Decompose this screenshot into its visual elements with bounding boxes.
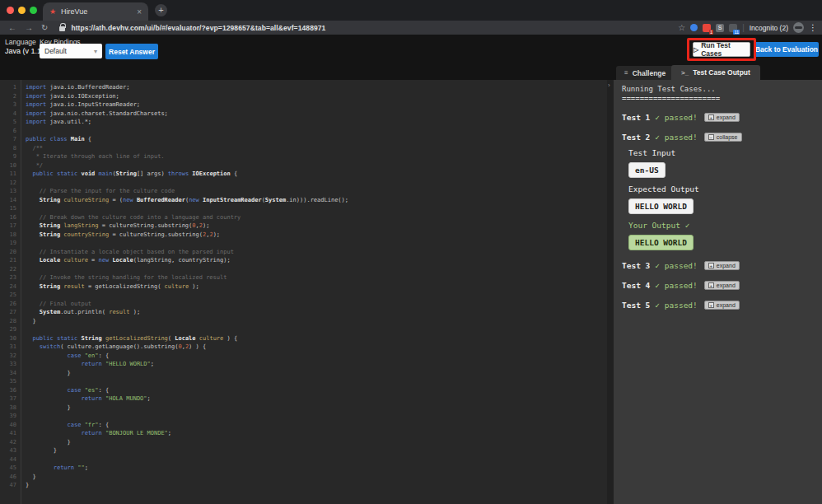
code-token bbox=[26, 422, 68, 428]
bookmark-icon[interactable]: ☆ bbox=[678, 23, 685, 32]
code-line[interactable]: } bbox=[26, 404, 348, 413]
line-number: 33 bbox=[0, 360, 21, 369]
code-line[interactable]: return "BONJOUR LE MONDE"; bbox=[26, 429, 348, 438]
code-line[interactable]: * Iterate through each line of input. bbox=[26, 152, 348, 161]
browser-menu-icon[interactable]: ⋮ bbox=[809, 23, 817, 32]
code-line[interactable]: import java.util.*; bbox=[26, 118, 348, 127]
code-line[interactable]: return "HOLA MUNDO"; bbox=[26, 394, 348, 404]
line-number: 12 bbox=[0, 179, 21, 188]
code-line[interactable] bbox=[26, 265, 348, 274]
collapse-chevron-icon[interactable]: › bbox=[608, 82, 610, 89]
code-line[interactable]: } bbox=[26, 473, 348, 482]
code-token: java.util.*; bbox=[50, 119, 92, 125]
code-token: ); bbox=[213, 231, 220, 238]
list-icon: ≡ bbox=[624, 69, 628, 77]
code-line[interactable]: } bbox=[26, 317, 348, 326]
expand-button[interactable]: +expand bbox=[704, 281, 740, 290]
code-token: String bbox=[40, 231, 60, 238]
code-line[interactable]: case "en": { bbox=[26, 352, 348, 361]
expand-button[interactable]: +expand bbox=[704, 301, 740, 310]
code-token: } bbox=[26, 474, 36, 480]
code-line[interactable]: Locale culture = new Locale(langString, … bbox=[26, 256, 348, 265]
code-token: ); bbox=[129, 309, 140, 315]
code-line[interactable] bbox=[26, 291, 348, 300]
code-line[interactable] bbox=[26, 204, 348, 213]
code-line[interactable]: case "es": { bbox=[26, 386, 348, 395]
code-line[interactable]: return "HELLO WORLD"; bbox=[26, 360, 348, 369]
code-line[interactable]: String cultureString = (new BufferedRead… bbox=[26, 196, 348, 205]
code-token: "BONJOUR LE MONDE" bbox=[105, 430, 168, 436]
extension-s-icon[interactable]: S bbox=[716, 24, 724, 32]
url-field[interactable]: https://ath.devhv.com/ui/b/#/evaluator/?… bbox=[71, 24, 325, 32]
code-line[interactable]: String langString = cultureString.substr… bbox=[26, 222, 348, 231]
code-token bbox=[26, 352, 68, 359]
test-name: Test 2 bbox=[622, 133, 650, 142]
code-line[interactable] bbox=[26, 239, 348, 248]
new-tab-button[interactable]: + bbox=[155, 4, 167, 16]
incognito-avatar[interactable] bbox=[793, 22, 804, 33]
code-line[interactable]: // Instantiate a locale object based on … bbox=[26, 248, 348, 257]
code-line[interactable]: // Final output bbox=[26, 300, 348, 309]
code-line[interactable]: import java.io.IOException; bbox=[26, 92, 348, 101]
window-minimize-button[interactable] bbox=[18, 7, 26, 14]
code-line[interactable]: public static String getLocalizedString(… bbox=[26, 334, 348, 343]
code-line[interactable]: String result = getLocalizedString( cult… bbox=[26, 282, 348, 292]
code-line[interactable]: import java.io.InputStreamReader; bbox=[26, 100, 348, 110]
code-line[interactable] bbox=[26, 377, 348, 386]
browser-tab[interactable]: ★ HireVue × bbox=[43, 2, 148, 21]
code-line[interactable]: // Parse the input for the culture code bbox=[26, 187, 348, 196]
expand-button[interactable]: +expand bbox=[704, 113, 740, 122]
extension-red-icon[interactable]: 1 bbox=[703, 24, 711, 32]
line-number: 45 bbox=[0, 464, 21, 473]
back-icon[interactable]: ← bbox=[8, 23, 16, 32]
code-line[interactable]: /** bbox=[26, 144, 348, 153]
code-line[interactable]: } bbox=[26, 438, 348, 447]
code-line[interactable]: String countryString = cultureString.sub… bbox=[26, 231, 348, 240]
extension-gray-icon[interactable]: 11 bbox=[729, 24, 737, 32]
code-line[interactable]: import java.io.BufferedReader; bbox=[26, 83, 348, 92]
code-line[interactable]: import java.nio.charset.StandardCharsets… bbox=[26, 110, 348, 119]
editor-code[interactable]: import java.io.BufferedReader;import jav… bbox=[21, 80, 348, 504]
reset-answer-button[interactable]: Reset Answer bbox=[105, 44, 158, 59]
code-line[interactable]: // Invoke the string handling for the lo… bbox=[26, 273, 348, 282]
tab-close-icon[interactable]: × bbox=[137, 7, 142, 16]
code-line[interactable]: return ""; bbox=[26, 464, 348, 473]
code-line[interactable] bbox=[26, 325, 348, 334]
code-line[interactable] bbox=[26, 455, 348, 464]
code-line[interactable]: } bbox=[26, 369, 348, 378]
code-line[interactable]: case "fr": { bbox=[26, 421, 348, 430]
code-token bbox=[26, 222, 40, 229]
code-line[interactable] bbox=[26, 127, 348, 136]
tab-challenge[interactable]: ≡ Challenge bbox=[616, 66, 674, 80]
test-status: ✓ passed! bbox=[655, 261, 697, 270]
line-number: 7 bbox=[0, 135, 21, 144]
window-close-button[interactable] bbox=[7, 7, 14, 14]
reload-icon[interactable]: ↻ bbox=[41, 23, 48, 32]
code-line[interactable]: switch( culture.getLanguage().substring(… bbox=[26, 343, 348, 352]
collapse-button[interactable]: −collapse bbox=[704, 133, 742, 142]
extension-blue-icon[interactable] bbox=[690, 24, 698, 31]
code-line[interactable]: } bbox=[26, 446, 348, 455]
code-line[interactable]: */ bbox=[26, 161, 348, 170]
code-line[interactable] bbox=[26, 179, 348, 188]
code-token: culture bbox=[165, 283, 189, 290]
code-line[interactable]: public class Main { bbox=[26, 135, 348, 144]
code-token: public static bbox=[32, 170, 81, 177]
tab-test-case-output[interactable]: >_ Test Case Output bbox=[671, 65, 760, 80]
back-to-evaluation-button[interactable]: Back to Evaluation bbox=[754, 42, 819, 57]
keybindings-select[interactable]: Default ▾ bbox=[40, 44, 102, 58]
forward-icon[interactable]: → bbox=[25, 23, 33, 32]
expand-button[interactable]: +expand bbox=[704, 261, 740, 270]
run-test-cases-button[interactable]: ▷ Run Test Cases bbox=[693, 42, 750, 57]
code-line[interactable]: public static void main(String[] args) t… bbox=[26, 170, 348, 179]
lock-icon bbox=[59, 26, 65, 31]
code-line[interactable]: // Break down the culture code into a la… bbox=[26, 213, 348, 222]
code-line[interactable] bbox=[26, 412, 348, 421]
window-zoom-button[interactable] bbox=[30, 7, 37, 14]
panel-divider[interactable]: › bbox=[607, 80, 614, 504]
incognito-label: Incognito (2) bbox=[750, 24, 788, 32]
code-line[interactable]: System.out.println( result ); bbox=[26, 308, 348, 317]
terminal-icon: >_ bbox=[681, 69, 689, 77]
code-editor[interactable]: 1234567891011121314151617181920212223242… bbox=[0, 80, 607, 504]
code-line[interactable]: } bbox=[26, 481, 348, 490]
